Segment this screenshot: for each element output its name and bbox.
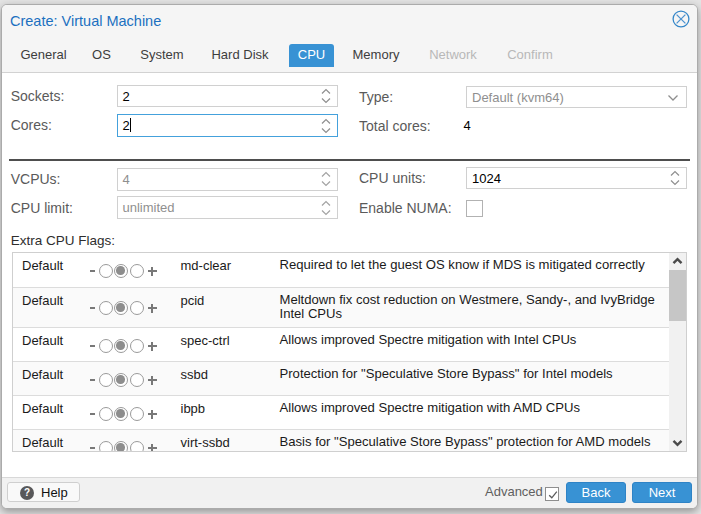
svg-text:?: ? [24, 487, 30, 498]
